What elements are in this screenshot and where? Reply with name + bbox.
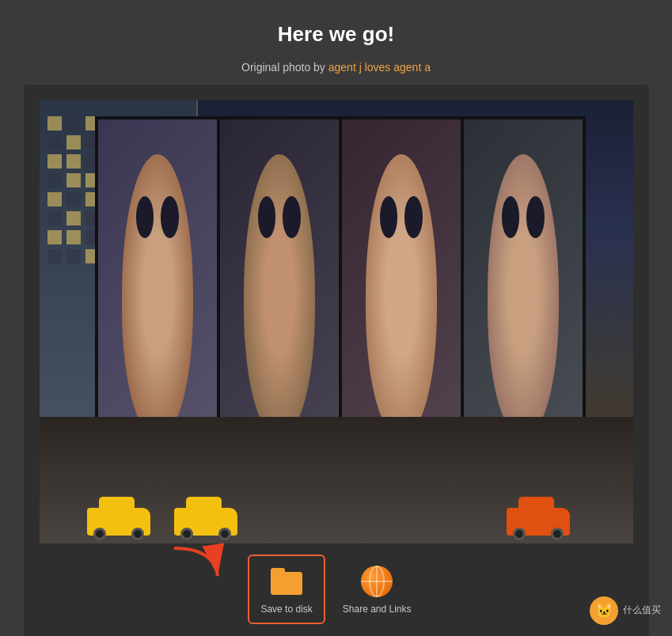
main-container: Photo505 Photo505 [24,85,649,636]
attribution-prefix: Original photo by [241,61,328,74]
share-and-links-button[interactable]: Share and Links [332,556,423,623]
photo-display: Photo505 Photo505 [40,100,633,543]
action-area: Save to disk Share and Links [40,556,633,623]
street [40,417,633,543]
watermark-logo: 🐱 [590,596,618,625]
watermark: 🐱 什么值买 [590,596,661,625]
taxi-1 [87,508,150,536]
arrow-indicator [166,540,230,591]
attribution-text: Original photo by agent j loves agent a [241,61,431,74]
attribution-link[interactable]: agent j loves agent a [328,61,431,74]
page-title: Here we go! [278,22,394,47]
folder-icon [269,564,304,599]
taxi-2 [174,508,237,536]
watermark-text: 什么值买 [623,604,661,617]
save-to-disk-button[interactable]: Save to disk [249,556,323,623]
save-to-disk-label: Save to disk [260,604,312,615]
taxi-3 [507,508,570,536]
globe-share-icon [359,564,394,599]
action-buttons: Save to disk Share and Links [249,556,422,623]
share-and-links-label: Share and Links [343,604,412,615]
